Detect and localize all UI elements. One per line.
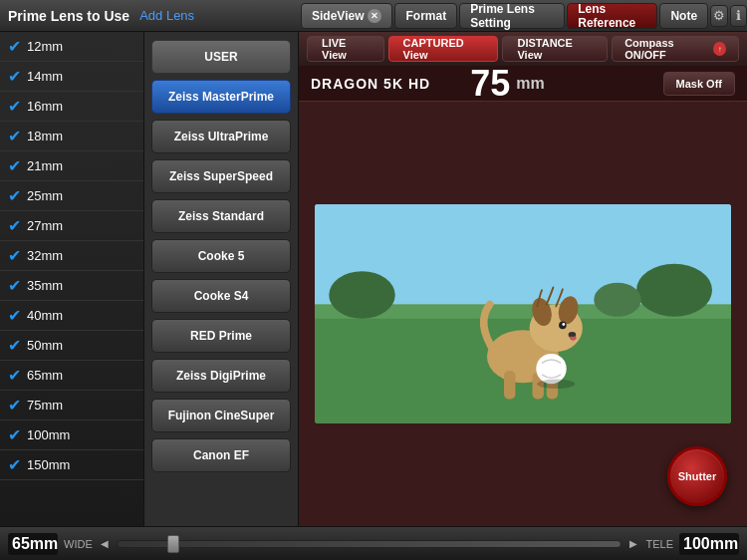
brand-canon-ef-button[interactable]: Canon EF: [151, 438, 291, 472]
tab-format[interactable]: Format: [394, 3, 457, 29]
list-item[interactable]: ✔ 40mm: [0, 301, 143, 331]
list-item[interactable]: ✔ 18mm: [0, 122, 143, 151]
check-icon: ✔: [8, 37, 21, 56]
tab-sideview-label: SideView: [312, 9, 364, 23]
list-item[interactable]: ✔ 25mm: [0, 181, 143, 211]
tab-live-view[interactable]: LIVE View: [307, 36, 384, 62]
view-tabs-bar: LIVE View CAPTURED View DISTANCE View Co…: [299, 32, 747, 66]
check-icon: ✔: [8, 276, 21, 295]
check-icon: ✔: [8, 366, 21, 385]
list-item[interactable]: ✔ 14mm: [0, 62, 143, 92]
compass-on-off-button[interactable]: Compass ON/OFF ↑: [612, 36, 739, 62]
tab-lens-reference[interactable]: Lens Reference: [567, 3, 657, 29]
tab-prime-lens-setting[interactable]: Prime Lens Setting: [459, 3, 565, 29]
tab-live-view-label: LIVE View: [322, 37, 370, 61]
lens-focal: 14mm: [27, 69, 63, 84]
list-item[interactable]: ✔ 150mm: [0, 450, 143, 480]
brand-zeiss-ultraprime-button[interactable]: Zeiss UltraPrime: [151, 120, 291, 153]
brand-panel: USER Zeiss MasterPrime Zeiss UltraPrime …: [144, 32, 299, 526]
lens-focal: 50mm: [27, 338, 63, 353]
brand-zeiss-standard-button[interactable]: Zeiss Standard: [151, 199, 291, 233]
check-icon: ✔: [8, 186, 21, 205]
list-item[interactable]: ✔ 35mm: [0, 271, 143, 301]
wide-label: WIDE: [64, 538, 93, 550]
tab-sideview[interactable]: SideView ✕: [301, 3, 392, 29]
list-item[interactable]: ✔ 27mm: [0, 211, 143, 241]
camera-name: DRAGON 5K HD: [311, 76, 430, 92]
dog-svg: [315, 204, 731, 423]
list-item[interactable]: ✔ 21mm: [0, 151, 143, 181]
svg-point-3: [329, 271, 395, 319]
close-sideview-icon[interactable]: ✕: [368, 9, 381, 23]
focal-length-slider[interactable]: [117, 540, 622, 548]
slider-left-arrow[interactable]: ◀: [99, 538, 111, 549]
add-lens-button[interactable]: Add Lens: [139, 8, 194, 23]
svg-point-11: [562, 323, 565, 326]
lens-focal: 32mm: [27, 248, 63, 263]
compass-button-label: Compass ON/OFF: [624, 37, 709, 61]
page-title: Prime Lens to Use: [8, 8, 129, 24]
check-icon: ✔: [8, 67, 21, 86]
list-item[interactable]: ✔ 65mm: [0, 361, 143, 391]
brand-zeiss-digiprime-button[interactable]: Zeiss DigiPrime: [151, 359, 291, 393]
check-icon: ✔: [8, 455, 21, 474]
image-area: Shutter: [299, 102, 747, 526]
lens-focal: 100mm: [27, 427, 70, 442]
lens-focal: 65mm: [27, 368, 63, 383]
list-item[interactable]: ✔ 100mm: [0, 420, 143, 450]
lens-focal: 16mm: [27, 99, 63, 114]
tab-prime-lens-setting-label: Prime Lens Setting: [470, 2, 554, 30]
tele-label: TELE: [645, 538, 673, 550]
tab-distance-view[interactable]: DISTANCE View: [502, 36, 608, 62]
svg-point-17: [537, 380, 575, 390]
list-item[interactable]: ✔ 32mm: [0, 241, 143, 271]
mask-off-button[interactable]: Mask Off: [663, 72, 735, 96]
brand-zeiss-masterprime-button[interactable]: Zeiss MasterPrime: [151, 80, 291, 114]
lens-focal: 27mm: [27, 218, 63, 233]
lens-focal: 21mm: [27, 158, 63, 173]
brand-cookes4-button[interactable]: Cooke S4: [151, 279, 291, 313]
tab-captured-view[interactable]: CAPTURED View: [388, 36, 499, 62]
slider-right-value: 100mm: [679, 533, 739, 555]
check-icon: ✔: [8, 396, 21, 415]
lens-focal: 35mm: [27, 278, 63, 293]
check-icon: ✔: [8, 97, 21, 116]
brand-user-button[interactable]: USER: [151, 40, 291, 74]
top-bar-left: Prime Lens to Use Add Lens: [0, 8, 299, 24]
check-icon: ✔: [8, 246, 21, 265]
slider-left-value: 65mm: [8, 533, 58, 555]
list-item[interactable]: ✔ 16mm: [0, 92, 143, 122]
lens-focal: 75mm: [27, 398, 63, 413]
brand-red-prime-button[interactable]: RED Prime: [151, 319, 291, 353]
brand-cooke5-button[interactable]: Cooke 5: [151, 239, 291, 273]
list-item[interactable]: ✔ 12mm: [0, 32, 143, 62]
svg-rect-13: [504, 371, 515, 400]
shutter-button[interactable]: Shutter: [667, 446, 727, 506]
tab-note[interactable]: Note: [659, 3, 708, 29]
top-bar-nav: SideView ✕ Format Prime Lens Setting Len…: [299, 3, 747, 29]
check-icon: ✔: [8, 156, 21, 175]
preview-image: [315, 204, 731, 423]
check-icon: ✔: [8, 336, 21, 355]
svg-point-5: [594, 283, 641, 317]
tab-captured-view-label: CAPTURED View: [403, 37, 484, 61]
right-panel: LIVE View CAPTURED View DISTANCE View Co…: [299, 32, 747, 526]
info-bar: DRAGON 5K HD 75 mm Mask Off: [299, 66, 747, 102]
list-item[interactable]: ✔ 50mm: [0, 331, 143, 361]
lens-focal: 150mm: [27, 457, 70, 472]
slider-thumb[interactable]: [167, 535, 179, 553]
tab-distance-view-label: DISTANCE View: [517, 37, 593, 61]
gear-icon[interactable]: ⚙: [710, 5, 727, 27]
focal-length-unit: mm: [516, 75, 544, 93]
check-icon: ✔: [8, 216, 21, 235]
check-icon: ✔: [8, 425, 21, 444]
list-item[interactable]: ✔ 75mm: [0, 391, 143, 420]
slider-right-arrow[interactable]: ▶: [627, 538, 639, 549]
info-icon[interactable]: ℹ: [730, 5, 747, 27]
lens-focal: 40mm: [27, 308, 63, 323]
lens-list-panel: ✔ 12mm ✔ 14mm ✔ 16mm ✔ 18mm ✔ 21mm ✔ 25m…: [0, 32, 144, 526]
top-bar: Prime Lens to Use Add Lens SideView ✕ Fo…: [0, 0, 747, 32]
brand-zeiss-superspeed-button[interactable]: Zeiss SuperSpeed: [151, 159, 291, 193]
svg-point-4: [636, 264, 712, 317]
brand-fujinon-cinesuper-button[interactable]: Fujinon CineSuper: [151, 399, 291, 432]
